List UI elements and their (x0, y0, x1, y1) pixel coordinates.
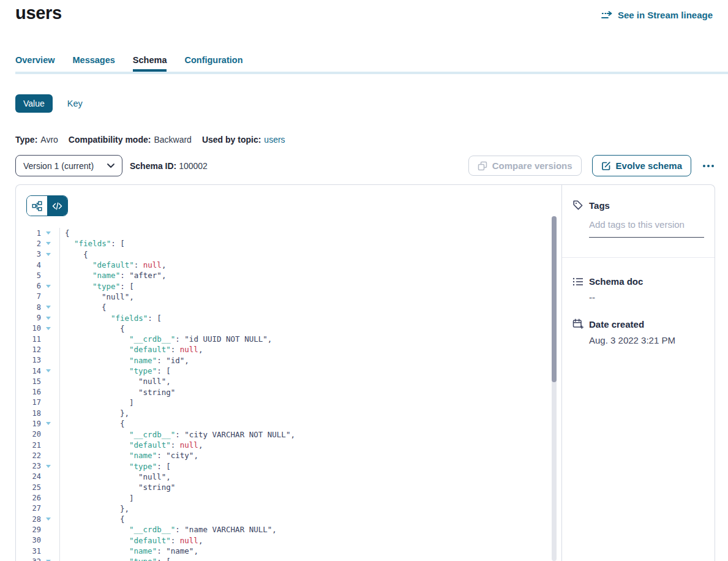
code-text: "type": [ (59, 366, 171, 375)
stream-lineage-link[interactable]: See in Stream lineage (601, 10, 713, 20)
triangle-down-icon (46, 518, 51, 521)
code-line: 21"default": null, (16, 440, 561, 450)
code-line: 31"name": "name", (16, 546, 561, 556)
line-number: 14 (16, 367, 41, 375)
evolve-schema-label: Evolve schema (616, 160, 682, 171)
code-line: 24"null", (16, 472, 561, 482)
code-text: }, (59, 409, 129, 418)
tab-overview[interactable]: Overview (15, 55, 55, 72)
line-number: 26 (16, 494, 41, 502)
more-options-button[interactable] (702, 161, 715, 171)
line-number: 27 (16, 504, 41, 513)
fold-gutter[interactable] (41, 327, 59, 330)
triangle-down-icon (46, 242, 51, 245)
code-text: "default": null, (59, 260, 166, 269)
compatibility-value: Backward (154, 135, 191, 145)
fold-gutter[interactable] (41, 253, 59, 256)
scrollbar-thumb[interactable] (552, 216, 557, 382)
line-number: 1 (16, 229, 41, 238)
code-line: 11"__crdb__": "id UUID NOT NULL", (16, 334, 561, 344)
code-view-button[interactable] (47, 196, 67, 216)
value-toggle-button[interactable]: Value (15, 94, 53, 113)
code-text: "fields": [ (59, 239, 125, 248)
tags-title: Tags (589, 200, 610, 211)
tab-underline-track (15, 72, 728, 74)
compare-versions-icon (478, 161, 487, 171)
triangle-down-icon (46, 465, 51, 468)
triangle-down-icon (46, 232, 51, 235)
code-text: "type": [ (59, 282, 134, 291)
code-text: "null", (59, 472, 171, 481)
compatibility-label: Compatibility mode: (69, 135, 151, 145)
line-number: 3 (16, 250, 41, 258)
line-number: 28 (16, 515, 41, 524)
fold-gutter[interactable] (41, 422, 59, 425)
line-number: 18 (16, 409, 41, 418)
used-by-topic-label: Used by topic: (202, 135, 261, 145)
chevron-down-icon (107, 164, 114, 168)
code-line: 6"type": [ (16, 280, 561, 291)
code-text: "type": [ (59, 462, 171, 471)
triangle-down-icon (46, 317, 51, 320)
tags-section-header: Tags (572, 200, 702, 211)
line-number: 4 (16, 261, 41, 269)
line-number: 32 (16, 557, 41, 561)
date-created-section-header: Date created (572, 318, 702, 329)
list-icon (572, 277, 584, 287)
code-text: ] (59, 494, 134, 503)
code-text: "default": null, (59, 345, 203, 354)
compare-versions-button[interactable]: Compare versions (468, 156, 582, 176)
code-text: "default": null, (59, 440, 203, 450)
line-number: 8 (16, 303, 41, 312)
code-line: 16"string" (16, 386, 561, 397)
fold-gutter[interactable] (41, 518, 59, 521)
tab-schema[interactable]: Schema (133, 55, 167, 72)
code-line: 29"__crdb__": "name VARCHAR NULL", (16, 524, 561, 535)
schema-editor: 1{2"fields": [3{4"default": null,5"name"… (16, 185, 561, 561)
compare-versions-label: Compare versions (492, 160, 572, 171)
line-number: 22 (16, 451, 41, 460)
code-text: "name": "after", (59, 271, 166, 280)
tags-input[interactable] (589, 219, 704, 238)
tree-view-button[interactable] (27, 196, 47, 216)
triangle-down-icon (46, 306, 51, 309)
evolve-schema-button[interactable]: Evolve schema (592, 155, 691, 176)
used-by-topic-link[interactable]: users (264, 135, 285, 145)
fold-gutter[interactable] (41, 317, 59, 320)
code-text: { (59, 324, 125, 333)
code-line: 4"default": null, (16, 260, 561, 270)
version-select[interactable]: Version 1 (current) (15, 155, 122, 176)
fold-gutter[interactable] (41, 465, 59, 468)
code-line: 8{ (16, 302, 561, 312)
line-number: 9 (16, 314, 41, 322)
code-line: 20"__crdb__": "city VARCHAR NOT NULL", (16, 429, 561, 440)
line-number: 31 (16, 547, 41, 555)
code-view-icon (52, 201, 62, 211)
fold-gutter[interactable] (41, 306, 59, 309)
code-text: "fields": [ (59, 314, 162, 323)
code-text: { (59, 419, 125, 428)
tree-view-icon (32, 201, 42, 211)
code-line: 23"type": [ (16, 461, 561, 472)
code-line: 17] (16, 397, 561, 408)
code-text: ] (59, 398, 134, 407)
key-toggle-button[interactable]: Key (67, 99, 83, 108)
tab-configuration[interactable]: Configuration (184, 55, 242, 72)
code-text: "name": "city", (59, 451, 198, 460)
editor-scrollbar[interactable] (552, 216, 557, 561)
fold-gutter[interactable] (41, 369, 59, 372)
schema-panel: 1{2"fields": [3{4"default": null,5"name"… (15, 184, 715, 561)
code-text: "name": "id", (59, 356, 189, 365)
tab-messages[interactable]: Messages (73, 55, 115, 72)
triangle-down-icon (46, 422, 51, 425)
fold-gutter[interactable] (41, 242, 59, 245)
fold-gutter[interactable] (41, 285, 59, 288)
code-text: "string" (59, 483, 175, 492)
code-text: "string" (59, 388, 175, 397)
line-number: 11 (16, 335, 41, 344)
code-line: 9"fields": [ (16, 312, 561, 323)
line-number: 23 (16, 462, 41, 470)
fold-gutter[interactable] (41, 232, 59, 235)
editor-view-toggle (26, 195, 68, 216)
code-text: "null", (59, 292, 134, 301)
